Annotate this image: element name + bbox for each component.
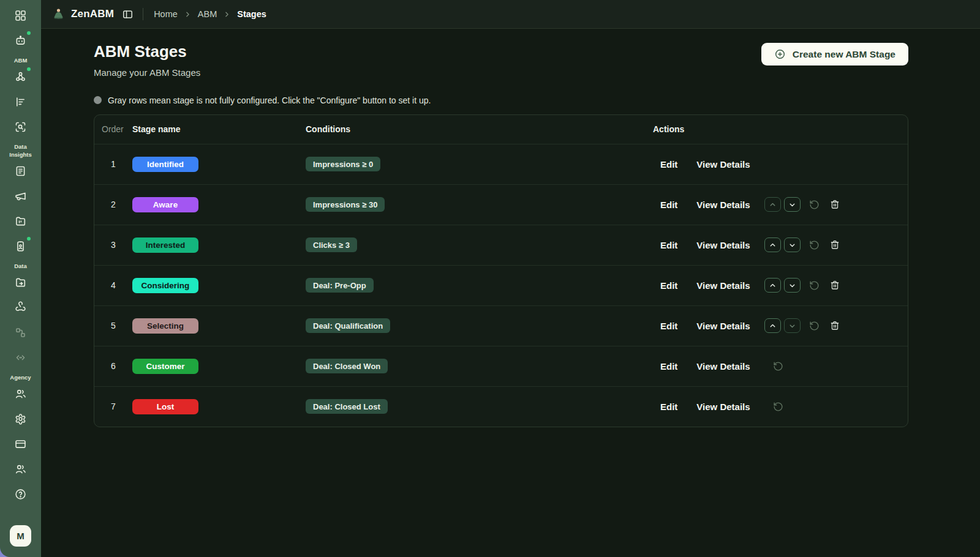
- chevron-right-icon: [184, 10, 192, 18]
- sidebar-toggle-icon[interactable]: [122, 9, 134, 20]
- table-row: 1 Identified Impressions ≥ 0 Edit View D…: [94, 144, 908, 184]
- delete-stage-button[interactable]: [830, 280, 840, 290]
- nodes-icon: [14, 70, 27, 83]
- webhook-icon: [14, 301, 27, 314]
- sidebar-section-label: Agency: [10, 374, 31, 381]
- breadcrumb-home[interactable]: Home: [154, 9, 178, 19]
- id-badge-icon: [14, 240, 27, 253]
- edit-link[interactable]: Edit: [660, 321, 677, 331]
- move-down-button: [784, 318, 801, 333]
- view-details-link[interactable]: View Details: [696, 361, 750, 372]
- reset-stage-button[interactable]: [809, 240, 820, 250]
- row-actions: Edit View Details: [653, 318, 908, 333]
- sidebar-item-credit-card[interactable]: [13, 437, 28, 452]
- edit-link[interactable]: Edit: [660, 200, 677, 210]
- stage-name-badge: Aware: [132, 197, 198, 212]
- condition-badge: Clicks ≥ 3: [306, 237, 357, 252]
- sidebar-item-id-badge[interactable]: [13, 239, 28, 253]
- sidebar-section-label: ABM: [14, 57, 28, 64]
- view-details-link[interactable]: View Details: [696, 402, 750, 412]
- stage-name-badge: Considering: [132, 278, 198, 293]
- sidebar-item-nodes[interactable]: [13, 69, 28, 84]
- sidebar-item-bot[interactable]: [13, 33, 28, 48]
- sidebar-item-folder-export[interactable]: [13, 275, 28, 290]
- move-down-button[interactable]: [784, 237, 801, 252]
- sidebar-item-grid[interactable]: [13, 8, 28, 23]
- sidebar-item-help-circle[interactable]: [13, 487, 28, 502]
- stage-name-badge: Interested: [132, 237, 198, 253]
- view-details-link[interactable]: View Details: [696, 321, 750, 331]
- row-controls: [764, 402, 783, 412]
- sidebar-item-users[interactable]: [13, 387, 28, 402]
- edit-link[interactable]: Edit: [660, 159, 677, 170]
- sidebar: ABMData InsightsDataAgencyM: [0, 0, 41, 557]
- move-down-button[interactable]: [784, 278, 801, 293]
- users-icon: [14, 387, 27, 400]
- reset-stage-button[interactable]: [809, 280, 820, 291]
- table-header-row: Order Stage name Conditions Actions: [94, 115, 908, 144]
- move-up-button[interactable]: [764, 278, 781, 293]
- move-up-button[interactable]: [764, 318, 781, 333]
- newspaper-icon: [14, 165, 27, 178]
- configure-note: Gray rows mean stage is not fully config…: [94, 95, 908, 105]
- row-controls: [764, 278, 840, 293]
- sidebar-section-label: Data: [14, 263, 27, 270]
- reset-stage-button[interactable]: [809, 200, 820, 210]
- create-abm-stage-button[interactable]: Create new ABM Stage: [761, 43, 908, 65]
- stage-name-badge: Identified: [132, 157, 198, 172]
- status-dot: [27, 31, 31, 35]
- table-row: 7 Lost Deal: Closed Lost Edit View Detai…: [94, 386, 908, 427]
- breadcrumb-stages: Stages: [237, 9, 266, 19]
- row-actions: Edit View Details: [653, 237, 908, 252]
- view-details-link[interactable]: View Details: [696, 280, 750, 291]
- sidebar-item-team[interactable]: [13, 462, 28, 477]
- sidebar-item-megaphone[interactable]: [13, 189, 28, 203]
- sidebar-item-scan-search[interactable]: [13, 119, 28, 134]
- column-header-conditions: Conditions: [306, 124, 653, 134]
- edit-link[interactable]: Edit: [660, 280, 677, 291]
- delete-stage-button[interactable]: [830, 240, 840, 250]
- view-details-link[interactable]: View Details: [696, 159, 750, 170]
- table-row: 6 Customer Deal: Closed Won Edit View De…: [94, 346, 908, 386]
- sidebar-item-newspaper[interactable]: [13, 163, 28, 178]
- stage-order: 7: [94, 402, 132, 411]
- column-header-order: Order: [94, 124, 132, 134]
- sidebar-item-bar-chart[interactable]: [13, 94, 28, 109]
- status-dot: [27, 237, 31, 241]
- gear-icon: [14, 413, 27, 425]
- configure-note-text: Gray rows mean stage is not fully config…: [108, 95, 431, 105]
- column-header-stage-name: Stage name: [132, 124, 306, 134]
- status-dot: [27, 67, 31, 71]
- row-controls: [764, 318, 840, 333]
- edit-link[interactable]: Edit: [660, 240, 677, 250]
- scan-search-icon: [14, 121, 27, 133]
- breadcrumb-abm[interactable]: ABM: [198, 9, 217, 19]
- sidebar-item-gear[interactable]: [13, 412, 28, 427]
- move-down-button[interactable]: [784, 197, 801, 212]
- condition-badge: Deal: Closed Lost: [306, 399, 388, 414]
- user-avatar[interactable]: M: [10, 525, 31, 547]
- delete-stage-button[interactable]: [830, 200, 840, 209]
- edit-link[interactable]: Edit: [660, 361, 677, 372]
- stages-table: Order Stage name Conditions Actions 1 Id…: [94, 114, 908, 427]
- page-subtitle: Manage your ABM Stages: [94, 67, 200, 78]
- page-title: ABM Stages: [94, 43, 200, 61]
- reset-stage-button[interactable]: [773, 402, 783, 412]
- megaphone-icon: [14, 190, 27, 203]
- view-details-link[interactable]: View Details: [696, 240, 750, 250]
- sidebar-item-code[interactable]: [13, 350, 28, 365]
- condition-badge: Deal: Pre-Opp: [306, 278, 374, 293]
- condition-badge: Deal: Qualification: [306, 318, 390, 333]
- reset-stage-button[interactable]: [773, 361, 783, 372]
- sidebar-item-workflow[interactable]: [13, 325, 28, 340]
- reset-stage-button[interactable]: [809, 321, 820, 331]
- stage-order: 3: [94, 240, 132, 250]
- team-icon: [14, 463, 27, 476]
- sidebar-item-webhook[interactable]: [13, 300, 28, 315]
- row-actions: Edit View Details: [653, 197, 908, 212]
- edit-link[interactable]: Edit: [660, 402, 677, 412]
- sidebar-item-folder-kanban[interactable]: [13, 214, 28, 228]
- delete-stage-button[interactable]: [830, 321, 840, 331]
- view-details-link[interactable]: View Details: [696, 200, 750, 210]
- move-up-button[interactable]: [764, 237, 781, 252]
